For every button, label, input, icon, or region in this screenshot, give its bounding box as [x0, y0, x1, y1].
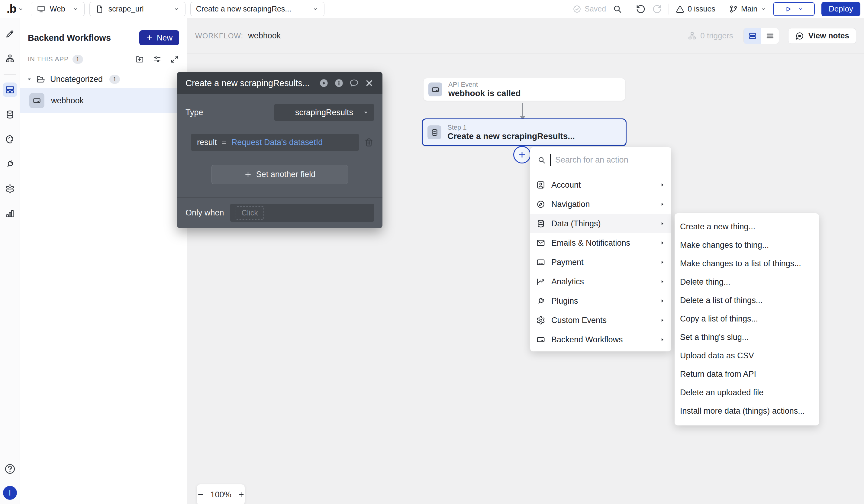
action-category-analytics[interactable]: Analytics: [530, 272, 671, 291]
trash-icon[interactable]: [364, 137, 374, 147]
save-status-label: Saved: [585, 4, 606, 13]
field-value-expression[interactable]: Request Data's datasetId: [231, 138, 323, 147]
action-search-row[interactable]: [530, 147, 671, 173]
workflow-select[interactable]: Create a new scrapingRes...: [190, 2, 324, 16]
action-category-data-things[interactable]: Data (Things): [530, 214, 671, 233]
cards-view-icon: [748, 32, 757, 40]
action-category-backend-workflows[interactable]: Backend Workflows: [530, 330, 671, 349]
submenu-item-copy-a-list-of-things[interactable]: Copy a list of things...: [675, 310, 819, 328]
expand-icon[interactable]: [170, 55, 179, 64]
submenu-item-delete-an-uploaded-file[interactable]: Delete an uploaded file: [675, 383, 819, 402]
triggers-label: 0 triggers: [700, 31, 733, 40]
search-icon[interactable]: [613, 4, 622, 14]
compass-icon: [536, 200, 545, 209]
zoom-in-button[interactable]: [238, 490, 245, 499]
caret-right-icon: [659, 220, 665, 227]
workflow-item-tile: [29, 93, 45, 108]
rail-item-settings[interactable]: [3, 182, 17, 196]
divider: [722, 4, 722, 14]
add-step-button[interactable]: [513, 146, 531, 164]
submenu-item-install-more-data-things-actions[interactable]: Install more data (things) actions...: [675, 402, 819, 420]
folder-row-uncategorized[interactable]: Uncategorized 1: [20, 73, 187, 85]
action-category-plugins[interactable]: Plugins: [530, 291, 671, 311]
submenu-item-return-data-from-api[interactable]: Return data from API: [675, 365, 819, 383]
action-search-popup: AccountNavigationData (Things)Emails & N…: [530, 147, 671, 351]
avatar[interactable]: I: [3, 486, 17, 500]
only-when-placeholder: Click: [236, 206, 264, 220]
chat-notes-icon: [795, 32, 804, 40]
action-category-custom-events[interactable]: Custom Events: [530, 311, 671, 330]
action-category-navigation[interactable]: Navigation: [530, 195, 671, 214]
info-icon[interactable]: [334, 78, 344, 88]
divider: [669, 4, 669, 14]
rail-item-workflows[interactable]: [3, 83, 17, 97]
zoom-out-button[interactable]: [197, 490, 204, 499]
action-property-dialog: Create a new scrapingResults... Type scr…: [177, 72, 382, 228]
database-icon: [431, 129, 439, 136]
comment-icon[interactable]: [349, 78, 359, 88]
category-label: Navigation: [551, 200, 653, 209]
submenu-item-delete-a-list-of-things[interactable]: Delete a list of things...: [675, 291, 819, 310]
type-dropdown[interactable]: scrapingResults: [274, 104, 374, 121]
section-count-badge: 1: [72, 55, 83, 64]
text-cursor: [550, 154, 551, 166]
issues-button[interactable]: 0 issues: [675, 4, 715, 14]
workflow-label: WORKFLOW:: [195, 32, 243, 40]
rail-item-data[interactable]: [3, 107, 17, 122]
caret-down-icon[interactable]: [26, 76, 33, 83]
dialog-header[interactable]: Create a new scrapingResults...: [177, 72, 382, 94]
rail-item-styles[interactable]: [3, 132, 17, 146]
submenu-item-delete-thing[interactable]: Delete thing...: [675, 273, 819, 291]
new-workflow-button[interactable]: New: [139, 30, 179, 45]
submenu-item-set-a-thing-s-slug[interactable]: Set a thing's slug...: [675, 328, 819, 347]
branch-select[interactable]: Main: [729, 4, 766, 14]
undo-icon[interactable]: [636, 4, 646, 14]
action-category-emails-notifications[interactable]: Emails & Notifications: [530, 233, 671, 253]
action-category-account[interactable]: Account: [530, 175, 671, 195]
step-node-1[interactable]: Step 1 Create a new scrapingResults...: [422, 118, 626, 146]
set-another-field-label: Set another field: [256, 170, 316, 179]
sitemap-icon: [5, 54, 15, 63]
rail-item-logs[interactable]: [3, 206, 17, 221]
rail-item-pages[interactable]: [3, 51, 17, 66]
action-search-input[interactable]: [555, 155, 664, 165]
analytics-icon: [536, 277, 545, 286]
submenu-item-make-changes-to-thing[interactable]: Make changes to thing...: [675, 236, 819, 254]
filter-sliders-icon[interactable]: [153, 55, 161, 64]
help-icon[interactable]: [4, 463, 16, 475]
rail-item-design[interactable]: [3, 27, 17, 41]
submenu-item-create-a-new-thing[interactable]: Create a new thing...: [675, 218, 819, 236]
platform-select-label: Web: [50, 4, 68, 13]
field-assignment[interactable]: result = Request Data's datasetId: [191, 134, 359, 151]
event-node-webhook[interactable]: API Event webhook is called: [423, 78, 625, 101]
chevron-down-icon: [312, 6, 319, 12]
submenu-item-upload-data-as-csv[interactable]: Upload data as CSV: [675, 347, 819, 365]
category-label: Backend Workflows: [551, 335, 653, 345]
workflow-list-item-webhook[interactable]: webhook: [20, 88, 187, 113]
list-view-button[interactable]: [761, 28, 779, 44]
close-icon[interactable]: [364, 78, 374, 88]
action-category-payment[interactable]: Payment: [530, 253, 671, 272]
platform-select[interactable]: Web: [31, 2, 85, 16]
workflow-name: webhook: [248, 31, 281, 40]
rail-item-plugins[interactable]: [3, 157, 17, 171]
database-icon: [5, 110, 15, 119]
chevron-down-icon[interactable]: [17, 6, 24, 12]
view-notes-button[interactable]: View notes: [788, 28, 856, 44]
branch-label: Main: [741, 4, 757, 13]
redo-icon[interactable]: [652, 4, 662, 14]
only-when-input[interactable]: Click: [230, 204, 374, 222]
section-actions: [135, 55, 179, 64]
folder-open-icon: [36, 75, 45, 84]
folder-label: Uncategorized: [50, 75, 103, 84]
folder-plus-icon[interactable]: [135, 55, 144, 64]
set-another-field-button[interactable]: Set another field: [212, 165, 348, 184]
card-view-button[interactable]: [744, 28, 761, 44]
preview-button[interactable]: [773, 2, 815, 16]
zoom-level: 100%: [210, 490, 231, 500]
submenu-item-make-changes-to-a-list-of-things[interactable]: Make changes to a list of things...: [675, 254, 819, 273]
deploy-button[interactable]: Deploy: [821, 2, 860, 16]
bubble-logo[interactable]: .b: [7, 2, 16, 15]
page-select[interactable]: scrape_url: [89, 2, 185, 16]
run-icon[interactable]: [319, 78, 329, 88]
